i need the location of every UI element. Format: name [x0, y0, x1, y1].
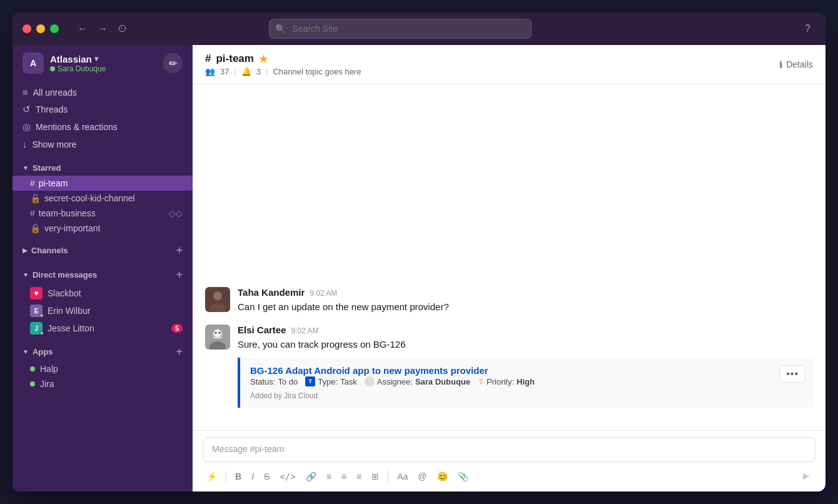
sidebar-nav-all-unreads[interactable]: ≡ All unreads: [13, 84, 193, 101]
channel-very-important-label: very-important: [44, 223, 100, 233]
dm-erin[interactable]: E Erin Wilbur: [13, 302, 193, 320]
channels-section: ▶ Channels +: [13, 241, 193, 260]
history-button[interactable]: ⏲: [114, 21, 131, 37]
app-halp[interactable]: Halp: [13, 361, 193, 376]
maximize-button[interactable]: [50, 24, 59, 33]
apps-chevron-icon: ▼: [23, 348, 29, 355]
bold-button[interactable]: B: [231, 469, 245, 484]
taha-message-text: Can I get an update on the new payment p…: [238, 300, 813, 315]
elsi-author: Elsi Cartee: [238, 325, 286, 335]
priority-icon: ⇧: [478, 377, 484, 386]
all-unreads-icon: ≡: [23, 87, 28, 98]
channel-name-header: # pi-team ★: [205, 53, 361, 65]
dm-jesse[interactable]: J Jesse Litton 5: [13, 320, 193, 337]
jira-card-meta: Status: To do T Type: Task: [250, 376, 803, 386]
dm-section: ▼ Direct messages + ♥ Slackbot E Erin Wi…: [13, 265, 193, 337]
add-channel-icon[interactable]: +: [176, 244, 183, 257]
online-status-dot: [39, 331, 44, 335]
link-button[interactable]: 🔗: [302, 469, 320, 484]
attach-button[interactable]: 📎: [454, 469, 472, 484]
sidebar-nav-show-more-label: Show more: [33, 139, 77, 149]
close-button[interactable]: [23, 24, 31, 33]
sidebar-nav-mentions[interactable]: ◎ Mentions & reactions: [13, 118, 193, 136]
dm-erin-label: Erin Wilbur: [48, 306, 90, 316]
jira-assignee: Assignee: Sara Dubuque: [365, 376, 470, 386]
forward-button[interactable]: →: [94, 21, 111, 37]
channels-section-header[interactable]: ▶ Channels +: [13, 241, 193, 260]
dm-slackbot[interactable]: ♥ Slackbot: [13, 285, 193, 302]
priority-label: Priority:: [487, 377, 514, 386]
main-content: A Atlassian ▾ Sara Dubuque ✏ ≡ All unrea…: [13, 45, 825, 491]
channel-meta: 👥 37 | 🔔 3 | Channel topic goes here: [205, 67, 361, 76]
dm-section-header[interactable]: ▼ Direct messages +: [13, 265, 193, 285]
bullet-list-button[interactable]: ≡: [338, 469, 350, 484]
jira-more-button[interactable]: •••: [779, 365, 805, 383]
sidebar-nav-mentions-label: Mentions & reactions: [36, 122, 118, 132]
send-button[interactable]: ►: [797, 467, 815, 485]
indent-button[interactable]: ≡: [353, 469, 365, 484]
back-button[interactable]: ←: [74, 21, 91, 37]
hash-icon: #: [30, 208, 35, 218]
separator: |: [266, 67, 268, 76]
emoji-button[interactable]: 😊: [433, 469, 452, 484]
slackbot-avatar: ♥: [30, 287, 43, 300]
table-button[interactable]: ⊞: [368, 469, 383, 484]
font-size-button[interactable]: Aa: [393, 469, 411, 484]
app-jira[interactable]: Jira: [13, 376, 193, 391]
search-input[interactable]: [269, 19, 532, 39]
online-status-dot: [39, 313, 44, 318]
channel-topic: Channel topic goes here: [273, 67, 361, 76]
titlebar: ← → ⏲ 🔍 ?: [13, 13, 825, 45]
channel-secret-cool-kid[interactable]: 🔒 secret-cool-kid-channel: [13, 191, 193, 206]
bell-icon: 🔔: [241, 67, 251, 76]
sidebar-nav-threads-label: Threads: [36, 104, 68, 114]
workspace-user: Sara Dubuque: [50, 64, 156, 73]
chat-header: # pi-team ★ 👥 37 | 🔔 3 | Channel topic g…: [193, 45, 825, 84]
assignee-value: Sara Dubuque: [415, 377, 470, 386]
priority-value: High: [517, 377, 535, 386]
channel-icons: ◇◇: [169, 208, 183, 218]
channel-pi-team-label: pi-team: [39, 178, 68, 188]
starred-section-header[interactable]: ▼ Starred: [13, 160, 193, 176]
message-input[interactable]: Message #pi-team: [203, 437, 815, 462]
channel-team-business-label: team-business: [39, 208, 96, 218]
message-taha: Taha Kandemir 9:02 AM Can I get an updat…: [205, 287, 813, 315]
minimize-button[interactable]: [36, 24, 45, 33]
lightning-button[interactable]: ⚡: [203, 469, 221, 484]
status-label: Status:: [250, 377, 275, 386]
dm-label: Direct messages: [33, 270, 97, 280]
sidebar-nav-threads[interactable]: ↺ Threads: [13, 101, 193, 118]
workspace-avatar: A: [23, 53, 44, 74]
code-button[interactable]: </>: [276, 469, 299, 484]
dm-jesse-label: Jesse Litton: [48, 323, 94, 333]
compose-button[interactable]: ✏: [163, 53, 183, 73]
starred-label: Starred: [33, 163, 61, 173]
workspace-info: Atlassian ▾ Sara Dubuque: [50, 54, 156, 73]
channel-very-important[interactable]: 🔒 very-important: [13, 221, 193, 236]
members-count: 37: [220, 67, 229, 76]
apps-section-header[interactable]: ▼ Apps +: [13, 342, 193, 361]
elsi-message-text: Sure, you can track progress on BG-126: [238, 338, 813, 352]
app-online-dot: [30, 381, 35, 386]
channel-pi-team[interactable]: # pi-team: [13, 176, 193, 191]
strikethrough-button[interactable]: S: [260, 469, 273, 484]
jira-type: T Type: Task: [305, 376, 357, 386]
ordered-list-button[interactable]: ≡: [323, 469, 335, 484]
channel-team-business[interactable]: # team-business ◇◇: [13, 206, 193, 221]
star-icon[interactable]: ★: [259, 53, 268, 65]
help-button[interactable]: ?: [800, 21, 815, 37]
details-label: Details: [786, 59, 813, 69]
details-button[interactable]: ℹ Details: [779, 59, 813, 69]
add-app-icon[interactable]: +: [176, 345, 183, 358]
dm-slackbot-label: Slackbot: [48, 288, 81, 298]
app-online-dot: [30, 366, 35, 371]
jira-card-title[interactable]: BG-126 Adapt Android app to new payments…: [250, 365, 488, 376]
sidebar-nav-show-more[interactable]: ↓ Show more: [13, 136, 193, 153]
add-dm-icon[interactable]: +: [176, 268, 183, 281]
italic-button[interactable]: I: [248, 469, 258, 484]
composer-toolbar: ⚡ B I S </> 🔗 ≡ ≡ ≡ ⊞ Aa @ 😊 📎 ►: [203, 467, 815, 485]
svg-point-7: [215, 331, 217, 333]
workspace-header[interactable]: A Atlassian ▾ Sara Dubuque ✏: [13, 45, 193, 81]
mention-button[interactable]: @: [414, 469, 430, 484]
composer: Message #pi-team ⚡ B I S </> 🔗 ≡ ≡ ≡ ⊞ A…: [193, 430, 825, 491]
